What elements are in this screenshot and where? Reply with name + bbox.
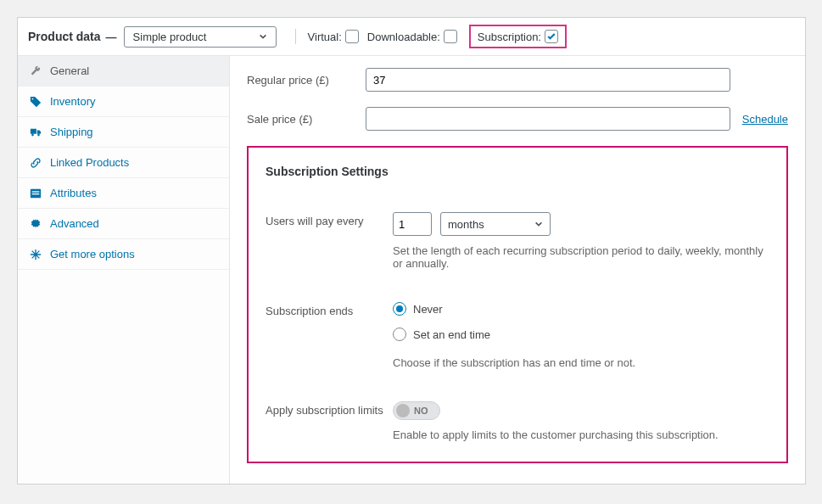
pay-interval-controls: months Set the length of each recurring … — [393, 212, 769, 270]
product-data-body: General Inventory Shipping Linked Produc… — [18, 56, 805, 484]
interval-help: Set the length of each recurring subscri… — [393, 244, 769, 270]
tab-label: Advanced — [50, 217, 99, 230]
subscription-settings-box: Subscription Settings Users will pay eve… — [247, 146, 788, 463]
downloadable-flag: Downloadable: — [367, 30, 457, 43]
ends-never-label: Never — [413, 303, 443, 316]
regular-price-label: Regular price (£) — [247, 74, 366, 87]
ends-never-radio[interactable] — [393, 302, 406, 316]
subscription-ends-row: Subscription ends Never Set an end time … — [266, 302, 769, 369]
subscription-limits-row: Apply subscription limits NO Enable to a… — [266, 401, 769, 441]
tab-inventory[interactable]: Inventory — [18, 87, 229, 117]
ends-endtime-radio[interactable] — [393, 328, 406, 341]
chevron-down-icon — [259, 32, 267, 41]
product-data-header: Product data — Simple product Virtual: D… — [18, 18, 805, 56]
star-icon — [30, 249, 42, 260]
pay-interval-row: Users will pay every months Set the leng… — [266, 212, 769, 270]
downloadable-label: Downloadable: — [367, 31, 440, 43]
product-data-title: Product data — [28, 30, 101, 43]
tab-label: Linked Products — [50, 156, 129, 169]
regular-price-row: Regular price (£) — [247, 68, 788, 92]
limits-toggle[interactable]: NO — [393, 401, 440, 420]
link-icon — [30, 157, 42, 169]
tab-label: Get more options — [50, 248, 135, 260]
tab-attributes[interactable]: Attributes — [18, 178, 229, 209]
interval-number-input[interactable] — [393, 212, 432, 236]
product-flags: Virtual: Downloadable: Subscription: — [292, 25, 567, 48]
svg-rect-2 — [32, 193, 40, 194]
subscription-settings-title: Subscription Settings — [266, 165, 769, 178]
ends-help: Choose if the subscription has an end ti… — [393, 356, 769, 369]
tab-label: General — [50, 64, 89, 77]
product-data-tabs: General Inventory Shipping Linked Produc… — [18, 56, 230, 484]
toggle-text: NO — [414, 406, 428, 416]
product-data-panel: Product data — Simple product Virtual: D… — [17, 17, 806, 484]
tab-label: Attributes — [50, 187, 97, 199]
tab-linked-products[interactable]: Linked Products — [18, 148, 229, 178]
downloadable-checkbox[interactable] — [444, 30, 457, 43]
tab-advanced[interactable]: Advanced — [18, 209, 229, 239]
separator — [295, 29, 296, 44]
ends-endtime-label: Set an end time — [413, 328, 490, 341]
tab-label: Shipping — [50, 126, 93, 138]
list-icon — [30, 188, 42, 199]
interval-unit-value: months — [448, 218, 484, 231]
pay-interval-label: Users will pay every — [266, 212, 393, 270]
sale-price-input[interactable] — [366, 107, 730, 131]
chevron-down-icon — [534, 220, 543, 228]
svg-rect-1 — [32, 191, 40, 192]
gear-icon — [30, 218, 42, 230]
subscription-limits-controls: NO Enable to apply limits to the custome… — [393, 401, 769, 441]
sale-price-label: Sale price (£) — [247, 113, 366, 126]
subscription-ends-controls: Never Set an end time Choose if the subs… — [393, 302, 769, 369]
virtual-label: Virtual: — [308, 31, 342, 43]
regular-price-input[interactable] — [366, 68, 730, 92]
sale-price-row: Sale price (£) Schedule — [247, 107, 788, 131]
product-type-select[interactable]: Simple product — [124, 26, 277, 48]
ends-endtime-row: Set an end time — [393, 328, 769, 341]
subscription-limits-label: Apply subscription limits — [266, 401, 393, 441]
dash: — — [106, 31, 117, 43]
product-type-value: Simple product — [133, 31, 207, 43]
limits-help: Enable to apply limits to the customer p… — [393, 428, 769, 441]
subscription-ends-label: Subscription ends — [266, 302, 393, 369]
check-icon — [546, 31, 556, 42]
subscription-checkbox[interactable] — [545, 30, 558, 43]
interval-inputs: months — [393, 212, 769, 236]
wrench-icon — [30, 65, 42, 77]
virtual-checkbox[interactable] — [345, 30, 359, 43]
interval-unit-select[interactable]: months — [440, 212, 551, 236]
tab-get-more-options[interactable]: Get more options — [18, 239, 229, 270]
tab-general[interactable]: General — [18, 56, 229, 87]
tab-label: Inventory — [50, 95, 95, 108]
tab-shipping[interactable]: Shipping — [18, 117, 229, 148]
virtual-flag: Virtual: — [308, 30, 359, 43]
truck-icon — [30, 126, 42, 138]
subscription-label: Subscription: — [478, 31, 541, 43]
toggle-knob — [396, 404, 410, 417]
schedule-link[interactable]: Schedule — [742, 113, 788, 126]
subscription-flag: Subscription: — [469, 25, 567, 48]
tag-icon — [30, 96, 42, 108]
ends-never-row: Never — [393, 302, 769, 316]
general-panel: Regular price (£) Sale price (£) Schedul… — [230, 56, 805, 484]
